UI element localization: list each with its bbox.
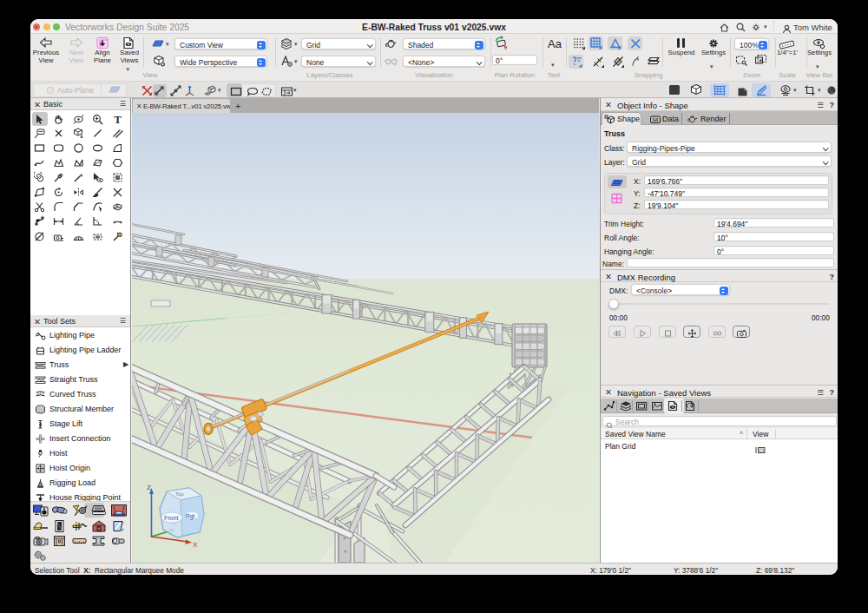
svg-text:T: T	[114, 114, 122, 125]
svg-text:Rgt: Rgt	[186, 513, 194, 520]
svg-text:Z: Z	[147, 484, 151, 491]
svg-text:Top: Top	[175, 491, 184, 497]
svg-text:Front: Front	[164, 515, 178, 521]
svg-text:X: X	[193, 541, 198, 549]
